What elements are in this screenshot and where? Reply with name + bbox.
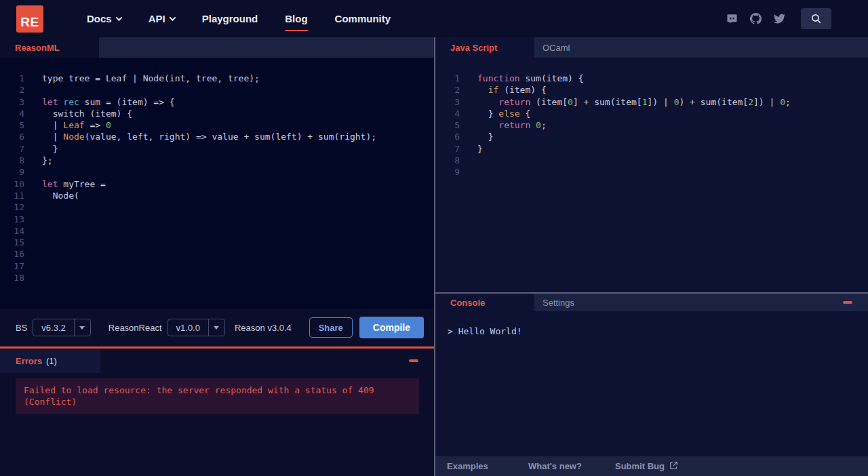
playground-footer: Examples What's new? Submit Bug <box>435 456 868 476</box>
line-number: 8 <box>435 155 460 166</box>
nav-item-label: Playground <box>202 13 258 24</box>
console-log-line: > Hello World! <box>448 326 868 336</box>
select-arrow <box>74 319 90 336</box>
errors-count: (1) <box>46 356 57 366</box>
line-number: 7 <box>0 143 24 155</box>
bs-version-select[interactable]: v6.3.2 <box>33 319 90 336</box>
search-icon <box>810 13 822 24</box>
discord-icon[interactable] <box>726 13 738 25</box>
line-number: 3 <box>0 96 24 108</box>
nav-item-label: Community <box>335 13 391 24</box>
code-line: 16 <box>0 248 434 260</box>
reasonreact-label: ReasonReact <box>108 323 162 333</box>
share-button[interactable]: Share <box>309 317 353 338</box>
tab-javascript[interactable]: Java Script <box>435 37 534 58</box>
line-number: 1 <box>0 73 24 84</box>
triangle-down-icon <box>79 326 85 330</box>
nav-item-api[interactable]: API <box>149 13 175 24</box>
code-line: 6 } <box>435 131 868 142</box>
line-number: 18 <box>0 272 24 283</box>
reason-tabbar: ReasonML <box>0 37 434 58</box>
code-line: 17 <box>0 260 434 272</box>
code-line: 7 } <box>0 143 434 155</box>
code-line: 1type tree = Leaf | Node(int, tree, tree… <box>0 73 434 84</box>
twitter-icon[interactable] <box>773 13 785 25</box>
examples-link[interactable]: Examples <box>447 461 528 471</box>
tab-reasonml[interactable]: ReasonML <box>0 37 99 58</box>
code-line: 4 } else { <box>435 108 868 119</box>
code-line: 5 return 0; <box>435 119 868 131</box>
tab-errors[interactable]: Errors (1) <box>0 349 100 373</box>
bs-version-value: v6.3.2 <box>33 323 73 333</box>
line-number: 2 <box>435 84 460 96</box>
triangle-down-icon <box>214 326 219 330</box>
collapse-console-icon[interactable] <box>843 301 852 304</box>
console-output: > Hello World! <box>435 311 868 456</box>
search-button[interactable] <box>801 8 831 29</box>
errors-title: Errors <box>16 356 42 366</box>
nav-item-docs[interactable]: Docs <box>87 13 121 24</box>
code-line: 15 <box>0 237 434 248</box>
submit-bug-label: Submit Bug <box>615 461 665 471</box>
tab-console[interactable]: Console <box>435 294 534 311</box>
line-number: 17 <box>0 260 24 272</box>
code-line: 1function sum(item) { <box>435 73 868 84</box>
line-number: 6 <box>435 131 460 142</box>
code-line: 9 <box>0 166 434 178</box>
collapse-errors-icon[interactable] <box>409 359 418 362</box>
whats-new-link[interactable]: What's new? <box>528 461 615 471</box>
compile-toolbar: BS v6.3.2 ReasonReact v1.0.0 Reason v3.0… <box>0 309 434 346</box>
submit-bug-link[interactable]: Submit Bug <box>615 461 678 472</box>
javascript-editor[interactable]: 1function sum(item) {2 if (item) {3 retu… <box>435 58 868 292</box>
reasonreact-version-select[interactable]: v1.0.0 <box>167 319 225 336</box>
line-number: 3 <box>435 96 460 108</box>
bs-label: BS <box>16 323 27 333</box>
nav-item-label: Docs <box>87 13 112 24</box>
line-number: 15 <box>0 237 24 248</box>
reason-logo[interactable]: RE <box>16 5 43 33</box>
code-line: 4 switch (item) { <box>0 108 434 119</box>
code-line: 2 if (item) { <box>435 84 868 96</box>
line-number: 9 <box>435 166 460 178</box>
compile-button[interactable]: Compile <box>359 317 424 338</box>
github-icon[interactable] <box>749 13 762 25</box>
line-number: 6 <box>0 131 24 142</box>
code-line: 18 <box>0 272 434 283</box>
line-number: 13 <box>0 214 24 225</box>
select-arrow <box>208 319 224 336</box>
code-line: 8}; <box>0 155 434 166</box>
whats-new-label: What's new? <box>528 461 582 471</box>
reason-editor[interactable]: 1type tree = Leaf | Node(int, tree, tree… <box>0 58 434 309</box>
tab-ocaml[interactable]: OCaml <box>534 37 633 58</box>
line-number: 11 <box>0 190 24 201</box>
external-link-icon <box>669 461 678 472</box>
line-number: 10 <box>0 178 24 190</box>
line-number: 5 <box>0 119 24 131</box>
nav-item-community[interactable]: Community <box>335 13 391 24</box>
console-tabbar: Console Settings <box>435 294 868 311</box>
nav-item-blog[interactable]: Blog <box>285 13 307 24</box>
code-line: 11 Node( <box>0 190 434 201</box>
nav-item-label: API <box>149 13 165 24</box>
line-number: 4 <box>0 108 24 119</box>
line-number: 5 <box>435 119 460 131</box>
nav-item-label: Blog <box>285 13 307 24</box>
main: ReasonML 1type tree = Leaf | Node(int, t… <box>0 37 868 476</box>
line-number: 2 <box>0 84 24 96</box>
nav-items: Docs API Playground Blog Community <box>87 13 391 24</box>
line-number: 9 <box>0 166 24 178</box>
error-message-line: (Conflict) <box>24 396 411 408</box>
code-line: 7} <box>435 143 868 155</box>
code-line: 10let myTree = <box>0 178 434 190</box>
nav-item-playground[interactable]: Playground <box>202 13 258 24</box>
reasonreact-version-value: v1.0.0 <box>168 323 208 333</box>
tab-settings[interactable]: Settings <box>534 294 633 311</box>
errors-header: Errors (1) <box>0 349 434 373</box>
output-panel: Java Script OCaml 1function sum(item) {2… <box>434 37 868 476</box>
navbar: RE Docs API Playground Blog Community <box>0 0 868 37</box>
line-number: 14 <box>0 225 24 237</box>
code-line: 5 | Leaf => 0 <box>0 119 434 131</box>
code-line: 6 | Node(value, left, right) => value + … <box>0 131 434 142</box>
chevron-down-icon <box>115 14 122 21</box>
reason-version-text: Reason v3.0.4 <box>235 323 292 333</box>
